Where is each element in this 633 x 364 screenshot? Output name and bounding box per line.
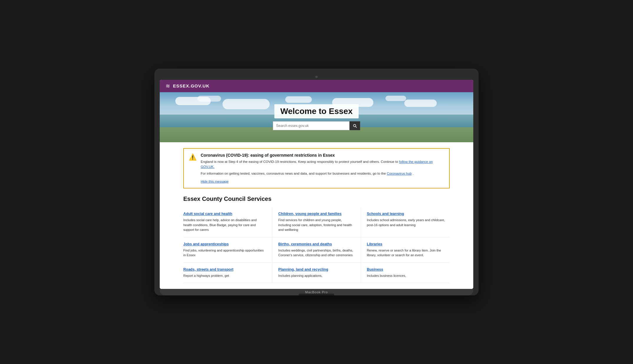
service-description: Includes school admissions, early years … (367, 218, 450, 227)
service-link[interactable]: Jobs and apprenticeships (183, 242, 266, 246)
services-heading: Essex County Council Services (183, 196, 450, 202)
service-link[interactable]: Libraries (367, 242, 450, 246)
search-input[interactable] (273, 121, 350, 130)
laptop-camera (160, 74, 473, 80)
service-description: Report a highways problem, get (183, 273, 266, 278)
service-card: Schools and learningIncludes school admi… (361, 207, 450, 237)
service-link[interactable]: Schools and learning (367, 212, 450, 216)
logo-icon: ≋ (166, 83, 170, 89)
service-card: Adult social care and healthIncludes soc… (183, 207, 272, 237)
service-card: LibrariesRenew, reserve or search for a … (361, 237, 450, 263)
alert-text-1: England is now at Step 4 of the easing o… (201, 159, 444, 170)
service-link[interactable]: Adult social care and health (183, 212, 266, 216)
service-description: Find jobs, volunteering and apprenticesh… (183, 248, 266, 258)
service-description: Find services for children and young peo… (278, 218, 355, 232)
services-grid: Adult social care and healthIncludes soc… (183, 207, 450, 283)
coronavirus-hub-link[interactable]: Coronavirus hub (387, 172, 412, 175)
service-link[interactable]: Children, young people and families (278, 212, 355, 216)
service-link[interactable]: Planning, land and recycling (278, 267, 355, 272)
service-card: BusinessIncludes business licences, (361, 263, 450, 283)
search-button[interactable] (350, 121, 360, 130)
hide-message-link[interactable]: Hide this message (201, 180, 229, 183)
page-title: Welcome to Essex (280, 107, 352, 116)
service-link[interactable]: Roads, streets and transport (183, 267, 266, 272)
service-description: Includes social care help, advice on dis… (183, 218, 266, 232)
alert-icon: ⚠️ (189, 153, 197, 184)
service-card: Births, ceremonies and deathsIncludes we… (272, 237, 361, 263)
site-header: ≋ ESSEX.GOV.UK (160, 80, 473, 92)
hero-section: Welcome to Essex (160, 92, 473, 142)
service-link[interactable]: Business (367, 267, 450, 272)
alert-box: ⚠️ Coronavirus (COVID-19): easing of gov… (183, 148, 450, 189)
service-card: Planning, land and recyclingIncludes pla… (272, 263, 361, 283)
search-icon (352, 123, 357, 128)
alert-text-2: For information on getting tested, vacci… (201, 171, 444, 176)
service-card: Roads, streets and transportReport a hig… (183, 263, 272, 283)
service-description: Includes business licences, (367, 273, 450, 278)
service-link[interactable]: Births, ceremonies and deaths (278, 242, 355, 246)
site-logo-text: ESSEX.GOV.UK (173, 83, 210, 88)
service-card: Jobs and apprenticeshipsFind jobs, volun… (183, 237, 272, 263)
service-description: Includes planning applications, (278, 273, 355, 278)
service-description: Renew, reserve or search for a library i… (367, 248, 450, 258)
service-card: Children, young people and familiesFind … (272, 207, 361, 237)
service-description: Includes weddings, civil partnerships, b… (278, 248, 355, 258)
alert-title: Coronavirus (COVID-19): easing of govern… (201, 153, 444, 158)
